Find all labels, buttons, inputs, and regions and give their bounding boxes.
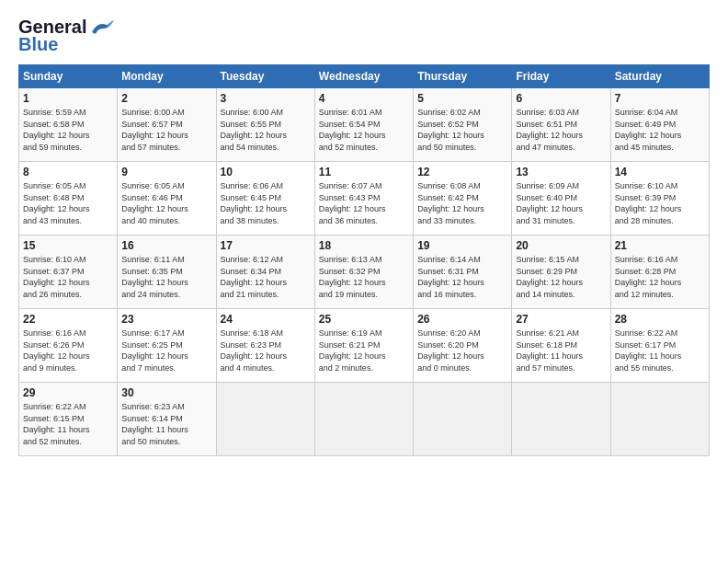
- day-number: 21: [615, 239, 705, 252]
- calendar-week-row: 1Sunrise: 5:59 AMSunset: 6:58 PMDaylight…: [19, 88, 710, 162]
- calendar-cell: [414, 383, 512, 456]
- day-number: 23: [121, 313, 211, 326]
- calendar-cell: 11Sunrise: 6:07 AMSunset: 6:43 PMDayligh…: [314, 162, 413, 236]
- day-number: 20: [516, 239, 606, 252]
- day-number: 2: [121, 92, 211, 105]
- day-number: 29: [23, 386, 113, 399]
- cell-details: Sunrise: 6:02 AMSunset: 6:52 PMDaylight:…: [417, 107, 507, 153]
- day-number: 3: [221, 92, 311, 105]
- cell-details: Sunrise: 6:00 AMSunset: 6:55 PMDaylight:…: [221, 107, 311, 153]
- cell-details: Sunrise: 6:15 AMSunset: 6:29 PMDaylight:…: [516, 254, 606, 300]
- cell-details: Sunrise: 6:00 AMSunset: 6:57 PMDaylight:…: [121, 107, 211, 153]
- logo-bird-icon: [88, 19, 114, 38]
- cell-details: Sunrise: 6:08 AMSunset: 6:42 PMDaylight:…: [417, 180, 507, 226]
- calendar-cell: 14Sunrise: 6:10 AMSunset: 6:39 PMDayligh…: [610, 162, 709, 236]
- calendar-cell: 26Sunrise: 6:20 AMSunset: 6:20 PMDayligh…: [414, 309, 512, 383]
- calendar-cell: 1Sunrise: 5:59 AMSunset: 6:58 PMDaylight…: [19, 88, 118, 162]
- calendar-cell: 2Sunrise: 6:00 AMSunset: 6:57 PMDaylight…: [118, 88, 216, 162]
- day-number: 28: [615, 313, 705, 326]
- calendar-cell: 17Sunrise: 6:12 AMSunset: 6:34 PMDayligh…: [216, 236, 314, 309]
- day-number: 4: [319, 92, 409, 105]
- weekday-header-friday: Friday: [512, 65, 610, 88]
- calendar-cell: 6Sunrise: 6:03 AMSunset: 6:51 PMDaylight…: [512, 88, 610, 162]
- weekday-header-saturday: Saturday: [610, 65, 709, 88]
- cell-details: Sunrise: 6:22 AMSunset: 6:15 PMDaylight:…: [23, 401, 113, 447]
- calendar-cell: [314, 383, 413, 456]
- day-number: 9: [121, 166, 211, 178]
- calendar-cell: 8Sunrise: 6:05 AMSunset: 6:48 PMDaylight…: [19, 162, 118, 236]
- weekday-header-tuesday: Tuesday: [216, 65, 314, 88]
- calendar-cell: 21Sunrise: 6:16 AMSunset: 6:28 PMDayligh…: [610, 236, 709, 309]
- cell-details: Sunrise: 6:23 AMSunset: 6:14 PMDaylight:…: [121, 401, 211, 447]
- weekday-header-row: SundayMondayTuesdayWednesdayThursdayFrid…: [19, 65, 710, 88]
- cell-details: Sunrise: 6:13 AMSunset: 6:32 PMDaylight:…: [319, 254, 409, 300]
- cell-details: Sunrise: 6:09 AMSunset: 6:40 PMDaylight:…: [516, 180, 606, 226]
- calendar-cell: 19Sunrise: 6:14 AMSunset: 6:31 PMDayligh…: [414, 236, 512, 309]
- calendar-cell: 20Sunrise: 6:15 AMSunset: 6:29 PMDayligh…: [512, 236, 610, 309]
- cell-details: Sunrise: 6:05 AMSunset: 6:48 PMDaylight:…: [23, 180, 113, 226]
- cell-details: Sunrise: 6:03 AMSunset: 6:51 PMDaylight:…: [516, 107, 606, 153]
- day-number: 18: [319, 239, 409, 252]
- cell-details: Sunrise: 6:10 AMSunset: 6:39 PMDaylight:…: [615, 180, 705, 226]
- weekday-header-wednesday: Wednesday: [314, 65, 413, 88]
- cell-details: Sunrise: 6:06 AMSunset: 6:45 PMDaylight:…: [221, 180, 311, 226]
- calendar-cell: 22Sunrise: 6:16 AMSunset: 6:26 PMDayligh…: [19, 309, 118, 383]
- cell-details: Sunrise: 6:18 AMSunset: 6:23 PMDaylight:…: [221, 327, 311, 373]
- logo-blue: Blue: [18, 34, 58, 55]
- calendar-cell: 3Sunrise: 6:00 AMSunset: 6:55 PMDaylight…: [216, 88, 314, 162]
- day-number: 16: [121, 239, 211, 252]
- calendar-cell: 15Sunrise: 6:10 AMSunset: 6:37 PMDayligh…: [19, 236, 118, 309]
- day-number: 24: [221, 313, 311, 326]
- day-number: 25: [319, 313, 409, 326]
- day-number: 6: [516, 92, 606, 105]
- calendar-cell: [216, 383, 314, 456]
- calendar-cell: 25Sunrise: 6:19 AMSunset: 6:21 PMDayligh…: [314, 309, 413, 383]
- cell-details: Sunrise: 6:16 AMSunset: 6:26 PMDaylight:…: [23, 327, 113, 373]
- day-number: 30: [121, 386, 211, 399]
- weekday-header-sunday: Sunday: [19, 65, 118, 88]
- cell-details: Sunrise: 6:21 AMSunset: 6:18 PMDaylight:…: [516, 327, 606, 373]
- day-number: 11: [319, 166, 409, 178]
- logo: General Blue: [18, 17, 114, 55]
- cell-details: Sunrise: 6:07 AMSunset: 6:43 PMDaylight:…: [319, 180, 409, 226]
- calendar-week-row: 29Sunrise: 6:22 AMSunset: 6:15 PMDayligh…: [19, 383, 710, 456]
- calendar-cell: 4Sunrise: 6:01 AMSunset: 6:54 PMDaylight…: [314, 88, 413, 162]
- day-number: 26: [417, 313, 507, 326]
- calendar-cell: 27Sunrise: 6:21 AMSunset: 6:18 PMDayligh…: [512, 309, 610, 383]
- weekday-header-monday: Monday: [118, 65, 216, 88]
- calendar-week-row: 22Sunrise: 6:16 AMSunset: 6:26 PMDayligh…: [19, 309, 710, 383]
- cell-details: Sunrise: 6:12 AMSunset: 6:34 PMDaylight:…: [221, 254, 311, 300]
- cell-details: Sunrise: 6:05 AMSunset: 6:46 PMDaylight:…: [121, 180, 211, 226]
- day-number: 19: [417, 239, 507, 252]
- calendar-cell: 23Sunrise: 6:17 AMSunset: 6:25 PMDayligh…: [118, 309, 216, 383]
- calendar-cell: 9Sunrise: 6:05 AMSunset: 6:46 PMDaylight…: [118, 162, 216, 236]
- cell-details: Sunrise: 6:04 AMSunset: 6:49 PMDaylight:…: [615, 107, 705, 153]
- day-number: 5: [417, 92, 507, 105]
- cell-details: Sunrise: 6:11 AMSunset: 6:35 PMDaylight:…: [121, 254, 211, 300]
- cell-details: Sunrise: 6:16 AMSunset: 6:28 PMDaylight:…: [615, 254, 705, 300]
- calendar-cell: 7Sunrise: 6:04 AMSunset: 6:49 PMDaylight…: [610, 88, 709, 162]
- day-number: 14: [615, 166, 705, 178]
- cell-details: Sunrise: 6:19 AMSunset: 6:21 PMDaylight:…: [319, 327, 409, 373]
- day-number: 10: [221, 166, 311, 178]
- calendar: SundayMondayTuesdayWednesdayThursdayFrid…: [18, 64, 710, 456]
- cell-details: Sunrise: 6:20 AMSunset: 6:20 PMDaylight:…: [417, 327, 507, 373]
- day-number: 1: [23, 92, 113, 105]
- calendar-cell: 16Sunrise: 6:11 AMSunset: 6:35 PMDayligh…: [118, 236, 216, 309]
- calendar-cell: 18Sunrise: 6:13 AMSunset: 6:32 PMDayligh…: [314, 236, 413, 309]
- calendar-cell: 30Sunrise: 6:23 AMSunset: 6:14 PMDayligh…: [118, 383, 216, 456]
- calendar-cell: 12Sunrise: 6:08 AMSunset: 6:42 PMDayligh…: [414, 162, 512, 236]
- calendar-week-row: 15Sunrise: 6:10 AMSunset: 6:37 PMDayligh…: [19, 236, 710, 309]
- calendar-cell: 28Sunrise: 6:22 AMSunset: 6:17 PMDayligh…: [610, 309, 709, 383]
- header: General Blue: [18, 17, 710, 55]
- calendar-cell: [610, 383, 709, 456]
- cell-details: Sunrise: 6:17 AMSunset: 6:25 PMDaylight:…: [121, 327, 211, 373]
- day-number: 7: [615, 92, 705, 105]
- calendar-week-row: 8Sunrise: 6:05 AMSunset: 6:48 PMDaylight…: [19, 162, 710, 236]
- cell-details: Sunrise: 6:10 AMSunset: 6:37 PMDaylight:…: [23, 254, 113, 300]
- calendar-cell: 13Sunrise: 6:09 AMSunset: 6:40 PMDayligh…: [512, 162, 610, 236]
- calendar-cell: 24Sunrise: 6:18 AMSunset: 6:23 PMDayligh…: [216, 309, 314, 383]
- cell-details: Sunrise: 5:59 AMSunset: 6:58 PMDaylight:…: [23, 107, 113, 153]
- cell-details: Sunrise: 6:01 AMSunset: 6:54 PMDaylight:…: [319, 107, 409, 153]
- day-number: 15: [23, 239, 113, 252]
